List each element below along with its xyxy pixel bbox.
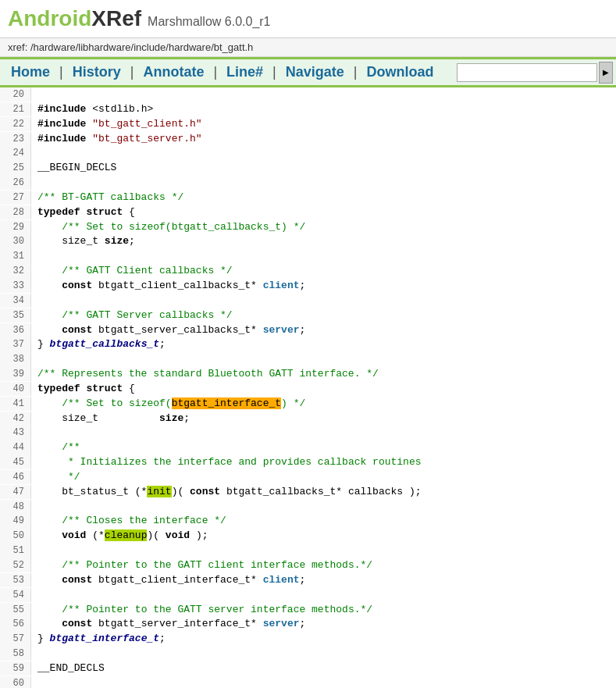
table-row: 46 */ [0, 470, 616, 485]
nav-sep-3: | [212, 64, 219, 80]
line-content [31, 352, 616, 367]
line-content: * Initializes the interface and provides… [31, 455, 616, 470]
line-content: /** Pointer to the GATT client interface… [31, 558, 616, 573]
table-row: 57 } btgatt_interface_t; [0, 632, 616, 647]
line-content [31, 500, 616, 515]
line-number: 21 [0, 102, 31, 116]
table-row: 21 #include <stdlib.h> [0, 102, 616, 117]
nav-sep-1: | [58, 64, 65, 80]
table-row: 38 [0, 352, 616, 367]
table-row: 49 /** Closes the interface */ [0, 514, 616, 529]
line-number: 33 [0, 279, 31, 293]
line-number: 55 [0, 603, 31, 617]
nav-home[interactable]: Home [3, 59, 58, 85]
line-number: 43 [0, 426, 31, 440]
line-number: 36 [0, 323, 31, 337]
line-content: #include <stdlib.h> [31, 102, 616, 117]
breadcrumb: xref: /hardware/libhardware/include/hard… [0, 38, 616, 57]
table-row: 30 size_t size; [0, 234, 616, 249]
line-number: 50 [0, 529, 31, 543]
logo-version: Marshmallow 6.0.0_r1 [148, 15, 270, 28]
line-number: 56 [0, 617, 31, 631]
search-input[interactable] [457, 63, 597, 82]
line-number: 30 [0, 234, 31, 248]
line-number: 32 [0, 264, 31, 278]
scroll-button[interactable]: ▶ [599, 62, 613, 84]
line-number: 59 [0, 661, 31, 676]
server-interface-link[interactable]: server [263, 618, 300, 629]
line-content: /** Closes the interface */ [31, 514, 616, 529]
table-row: 36 const btgatt_server_callbacks_t* serv… [0, 323, 616, 338]
line-content: /** Pointer to the GATT server interface… [31, 603, 616, 618]
table-row: 37 } btgatt_callbacks_t; [0, 337, 616, 352]
table-row: 50 void (*cleanup)( void ); [0, 529, 616, 544]
table-row: 58 [0, 647, 616, 661]
line-content [31, 146, 616, 161]
table-row: 24 [0, 146, 616, 161]
table-row: 43 [0, 426, 616, 440]
nav-history[interactable]: History [65, 59, 129, 85]
table-row: 41 /** Set to sizeof(btgatt_interface_t)… [0, 397, 616, 412]
table-row: 52 /** Pointer to the GATT client interf… [0, 558, 616, 573]
line-content: /** GATT Server callbacks */ [31, 308, 616, 323]
line-content: const btgatt_client_interface_t* client; [31, 573, 616, 588]
table-row: 55 /** Pointer to the GATT server interf… [0, 603, 616, 618]
line-content [31, 249, 616, 264]
line-content [31, 676, 616, 688]
line-number: 58 [0, 647, 31, 661]
header: AndroidXRefMarshmallow 6.0.0_r1 [0, 0, 616, 38]
line-number: 25 [0, 161, 31, 175]
nav-navigate[interactable]: Navigate [278, 59, 352, 85]
nav-sep-4: | [271, 64, 278, 80]
line-number: 20 [0, 87, 31, 102]
nav-line[interactable]: Line# [219, 59, 271, 85]
nav-download[interactable]: Download [359, 59, 442, 85]
line-content: /** Set to sizeof(btgatt_interface_t) */ [31, 397, 616, 412]
line-number: 35 [0, 308, 31, 323]
line-number: 54 [0, 588, 31, 602]
client-interface-link[interactable]: client [263, 574, 300, 586]
line-content: #include "bt_gatt_server.h" [31, 132, 616, 147]
line-content: typedef struct { [31, 205, 616, 220]
table-row: 32 /** GATT Client callbacks */ [0, 264, 616, 279]
line-number: 47 [0, 485, 31, 499]
nav-annotate[interactable]: Annotate [135, 59, 212, 85]
line-number: 34 [0, 294, 31, 308]
line-content: typedef struct { [31, 382, 616, 397]
line-content: /** GATT Client callbacks */ [31, 264, 616, 279]
table-row: 33 const btgatt_client_callbacks_t* clie… [0, 279, 616, 294]
line-content: __END_DECLS [31, 661, 616, 676]
table-row: 56 const btgatt_server_interface_t* serv… [0, 617, 616, 632]
client-link[interactable]: client [263, 280, 300, 291]
line-content: } btgatt_interface_t; [31, 632, 616, 647]
logo-android: Android [8, 6, 91, 30]
line-number: 53 [0, 573, 31, 587]
line-number: 38 [0, 352, 31, 366]
line-number: 27 [0, 191, 31, 205]
line-content: /** BT-GATT callbacks */ [31, 191, 616, 205]
line-number: 26 [0, 176, 31, 190]
line-content: void (*cleanup)( void ); [31, 529, 616, 544]
line-number: 28 [0, 205, 31, 219]
code-area: 20 21 #include <stdlib.h> 22 #include "b… [0, 87, 616, 688]
line-content: bt_status_t (*init)( const btgatt_callba… [31, 485, 616, 500]
line-content: } btgatt_callbacks_t; [31, 337, 616, 352]
table-row: 60 [0, 676, 616, 688]
line-content [31, 647, 616, 661]
line-content: size_t size; [31, 234, 616, 249]
line-content: #include "bt_gatt_client.h" [31, 117, 616, 132]
line-number: 48 [0, 500, 31, 514]
line-content: /** Set to sizeof(btgatt_callbacks_t) */ [31, 220, 616, 235]
line-number: 31 [0, 249, 31, 263]
table-row: 29 /** Set to sizeof(btgatt_callbacks_t)… [0, 220, 616, 235]
line-content [31, 588, 616, 603]
server-link[interactable]: server [263, 324, 300, 336]
line-content: size_t size; [31, 412, 616, 426]
line-number: 37 [0, 337, 31, 351]
line-number: 24 [0, 146, 31, 160]
table-row: 26 [0, 176, 616, 191]
line-number: 42 [0, 412, 31, 426]
line-content: /** [31, 440, 616, 455]
table-row: 45 * Initializes the interface and provi… [0, 455, 616, 470]
table-row: 25 __BEGIN_DECLS [0, 161, 616, 176]
